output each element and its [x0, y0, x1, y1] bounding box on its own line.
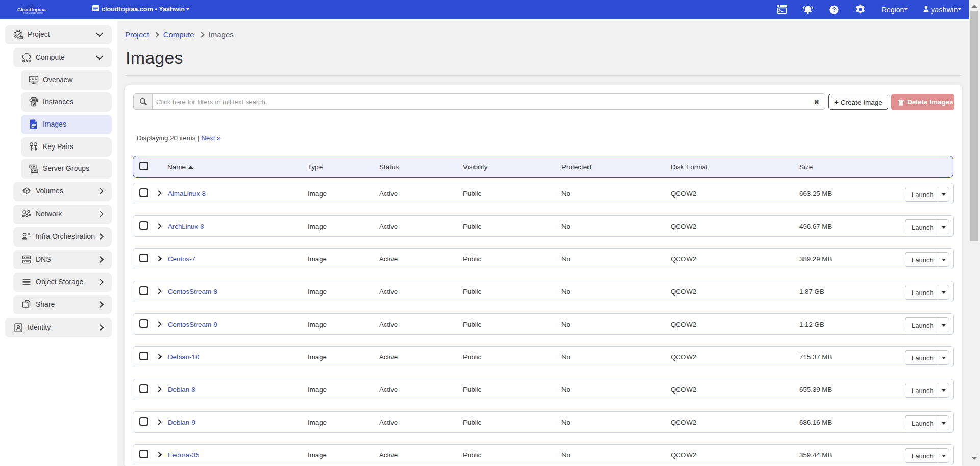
- svg-text:?: ?: [832, 6, 836, 13]
